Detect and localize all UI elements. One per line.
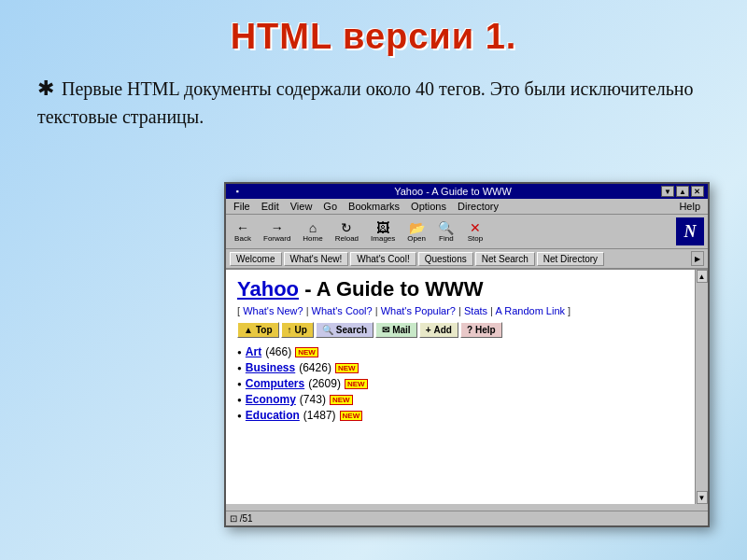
economy-count: (743) — [300, 393, 326, 406]
reload-button[interactable]: ↻ Reload — [331, 219, 363, 245]
list-item: Business (6426) NEW — [237, 361, 682, 374]
yahoo-heading: Yahoo - A Guide to WWW — [237, 277, 682, 301]
business-count: (6426) — [299, 361, 331, 374]
computers-link[interactable]: Computers — [246, 377, 304, 390]
yahoo-link[interactable]: Yahoo — [237, 277, 299, 301]
find-icon: 🔍 — [438, 221, 454, 234]
list-item: Art (466) NEW — [237, 345, 682, 358]
business-new-badge: NEW — [335, 363, 359, 373]
net-search-button[interactable]: Net Search — [475, 252, 535, 266]
scroll-right-stub: ▶ — [691, 251, 704, 266]
list-item: Economy (743) NEW — [237, 393, 682, 406]
menu-edit[interactable]: Edit — [256, 200, 285, 213]
education-count: (1487) — [303, 409, 336, 422]
browser-content: ▲ ▼ Yahoo - A Guide to WWW [ What's New?… — [226, 270, 708, 504]
toolbar: ← Back → Forward ⌂ Home ↻ Reload 🖼 Image… — [226, 215, 708, 249]
maximize-button[interactable]: ▲ — [676, 186, 689, 197]
help-icon: ? — [467, 325, 472, 335]
images-icon: 🖼 — [376, 221, 389, 234]
menu-directory[interactable]: Directory — [452, 200, 504, 213]
menu-options[interactable]: Options — [405, 200, 452, 213]
open-icon: 📂 — [409, 221, 425, 234]
list-item: Computers (2609) NEW — [237, 377, 682, 390]
search-icon: 🔍 — [322, 325, 333, 335]
status-text: ⊡ /51 — [230, 513, 253, 524]
questions-button[interactable]: Questions — [418, 252, 473, 266]
welcome-button[interactable]: Welcome — [230, 252, 282, 266]
forward-icon: → — [271, 221, 284, 234]
page-title: HTML версии 1. — [0, 0, 747, 57]
help-button[interactable]: ? Help — [460, 322, 502, 338]
economy-link[interactable]: Economy — [246, 393, 296, 406]
bullet-text: Первые HTML документы содержали около 40… — [37, 74, 719, 131]
whats-cool-button[interactable]: What's Cool! — [350, 252, 416, 266]
whats-new-button[interactable]: What's New! — [284, 252, 349, 266]
reload-icon: ↻ — [341, 221, 352, 234]
whats-popular-link[interactable]: What's Popular? — [381, 305, 456, 316]
stop-icon: ✕ — [470, 221, 481, 234]
browser-window: ▪ Yahoo - A Guide to WWW ▼ ▲ ✕ File Edit… — [224, 182, 710, 527]
back-icon: ← — [236, 221, 249, 234]
add-button[interactable]: + Add — [419, 322, 458, 338]
up-button[interactable]: ↑ Up — [281, 322, 314, 338]
menu-go[interactable]: Go — [317, 200, 343, 213]
images-button[interactable]: 🖼 Images — [366, 219, 400, 245]
menu-bar: File Edit View Go Bookmarks Options Dire… — [226, 199, 708, 215]
browser-title: Yahoo - A Guide to WWW — [394, 186, 512, 197]
top-button[interactable]: ▲ Top — [237, 322, 279, 338]
menu-help[interactable]: Help — [673, 200, 706, 213]
stats-link[interactable]: Stats — [464, 305, 487, 316]
minimize-button[interactable]: ▼ — [661, 186, 674, 197]
search-icon-button[interactable]: 🔍 Search — [316, 322, 374, 338]
menu-view[interactable]: View — [285, 200, 318, 213]
back-button[interactable]: ← Back — [230, 219, 256, 245]
home-icon: ⌂ — [309, 221, 317, 234]
art-count: (466) — [265, 345, 291, 358]
menu-file[interactable]: File — [228, 200, 256, 213]
menu-bookmarks[interactable]: Bookmarks — [343, 200, 405, 213]
top-icon: ▲ — [244, 325, 253, 335]
mail-icon: ✉ — [382, 325, 389, 335]
icon-bar: ▲ Top ↑ Up 🔍 Search ✉ Mail + Add ? Help — [237, 322, 682, 338]
computers-new-badge: NEW — [345, 379, 368, 389]
title-bar-icon: ▪ — [230, 187, 245, 196]
stop-button[interactable]: ✕ Stop — [462, 219, 488, 245]
education-new-badge: NEW — [340, 411, 363, 421]
category-list: Art (466) NEW Business (6426) NEW Comput… — [237, 345, 682, 422]
mail-button[interactable]: ✉ Mail — [375, 322, 416, 338]
economy-new-badge: NEW — [330, 395, 353, 405]
up-icon: ↑ — [288, 325, 292, 335]
close-button[interactable]: ✕ — [691, 186, 704, 197]
computers-count: (2609) — [308, 377, 341, 390]
random-link[interactable]: A Random Link — [495, 305, 565, 316]
scroll-up-arrow[interactable]: ▲ — [697, 270, 708, 283]
open-button[interactable]: 📂 Open — [402, 219, 430, 245]
status-bar: ⊡ /51 — [226, 511, 708, 525]
window-controls: ▼ ▲ ✕ — [661, 186, 704, 197]
browser-title-bar: ▪ Yahoo - A Guide to WWW ▼ ▲ ✕ — [226, 184, 708, 199]
home-button[interactable]: ⌂ Home — [298, 219, 327, 245]
scrollbar-right[interactable]: ▲ ▼ — [695, 270, 708, 504]
art-new-badge: NEW — [295, 347, 318, 357]
sub-links: [ What's New? | What's Cool? | What's Po… — [237, 305, 682, 316]
business-link[interactable]: Business — [246, 361, 295, 374]
art-link[interactable]: Art — [246, 345, 261, 358]
net-directory-button[interactable]: Net Directory — [537, 252, 604, 266]
scroll-down-arrow[interactable]: ▼ — [697, 491, 708, 504]
add-icon: + — [426, 325, 431, 335]
find-button[interactable]: 🔍 Find — [433, 219, 459, 245]
nav-bar: Welcome What's New! What's Cool! Questio… — [226, 249, 708, 270]
list-item: Education (1487) NEW — [237, 409, 682, 422]
heading-rest: - A Guide to WWW — [304, 277, 483, 301]
netscape-logo: N — [676, 217, 704, 245]
forward-button[interactable]: → Forward — [259, 219, 295, 245]
education-link[interactable]: Education — [246, 409, 300, 422]
whats-cool-link[interactable]: What's Cool? — [312, 305, 373, 316]
whats-new-link[interactable]: What's New? — [243, 305, 303, 316]
